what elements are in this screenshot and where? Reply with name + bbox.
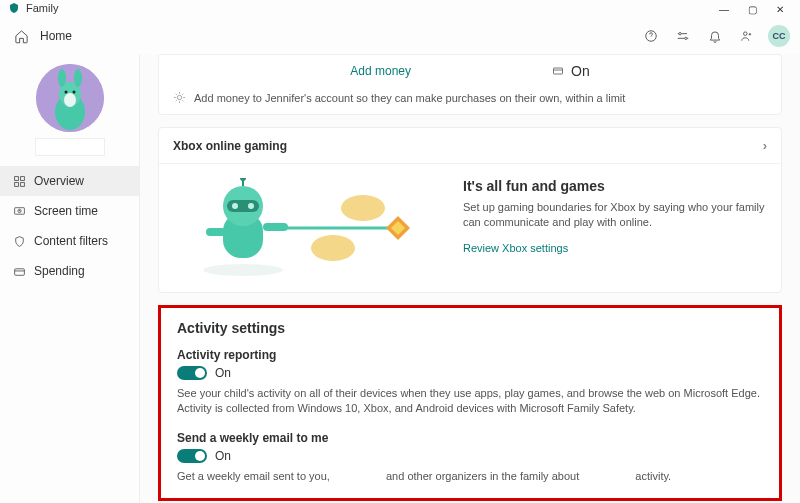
user-avatar[interactable]: CC <box>768 25 790 47</box>
sidebar: Overview Screen time Content filters Spe… <box>0 54 140 503</box>
svg-rect-34 <box>263 223 288 231</box>
screentime-icon <box>12 204 26 218</box>
redacted-name-1 <box>333 472 383 482</box>
weekly-email-label: Send a weekly email to me <box>177 431 763 445</box>
svg-rect-12 <box>14 176 18 180</box>
xbox-illustration <box>173 178 443 278</box>
svg-point-11 <box>72 91 75 94</box>
nav-label: Content filters <box>34 234 108 248</box>
main-content: Add money On Add money to Jennifer's acc… <box>140 54 800 503</box>
nav-label: Overview <box>34 174 84 188</box>
svg-point-21 <box>341 195 385 221</box>
svg-rect-13 <box>20 176 24 180</box>
weekly-desc-mid: and other organizers in the family about <box>383 470 582 482</box>
svg-point-10 <box>64 91 67 94</box>
spending-icon <box>12 264 26 278</box>
minimize-button[interactable]: — <box>710 1 738 17</box>
sidebar-item-overview[interactable]: Overview <box>0 166 139 196</box>
sidebar-item-screen-time[interactable]: Screen time <box>0 196 139 226</box>
svg-rect-14 <box>14 182 18 186</box>
svg-rect-18 <box>14 268 24 275</box>
activity-reporting-desc: See your child's activity on all of thei… <box>177 386 763 417</box>
close-button[interactable]: ✕ <box>766 1 794 17</box>
sidebar-item-content-filters[interactable]: Content filters <box>0 226 139 256</box>
svg-point-20 <box>177 95 181 99</box>
nav-label: Screen time <box>34 204 98 218</box>
weekly-email-state: On <box>215 449 231 463</box>
xbox-card: Xbox online gaming › <box>158 127 782 293</box>
svg-rect-15 <box>20 182 24 186</box>
tip-icon <box>173 91 186 104</box>
chevron-right-icon[interactable]: › <box>763 138 767 153</box>
svg-point-26 <box>203 264 283 276</box>
xbox-header-title: Xbox online gaming <box>173 139 287 153</box>
money-card: Add money On Add money to Jennifer's acc… <box>158 54 782 115</box>
card-icon <box>551 65 565 77</box>
people-icon[interactable] <box>736 25 758 47</box>
svg-point-30 <box>232 203 238 209</box>
profile-avatar[interactable] <box>36 64 104 132</box>
svg-point-31 <box>248 203 254 209</box>
maximize-button[interactable]: ▢ <box>738 1 766 17</box>
xbox-desc: Set up gaming boundaries for Xbox by say… <box>463 200 767 230</box>
weekly-email-toggle[interactable] <box>177 449 207 463</box>
app-logo-icon <box>8 2 20 14</box>
window-title: Family <box>26 2 58 14</box>
settings-icon[interactable] <box>672 25 694 47</box>
svg-point-22 <box>311 235 355 261</box>
svg-rect-35 <box>206 228 226 236</box>
money-state: On <box>571 63 590 79</box>
svg-point-3 <box>744 32 748 36</box>
svg-point-9 <box>64 93 76 107</box>
notifications-icon[interactable] <box>704 25 726 47</box>
svg-rect-29 <box>227 200 259 212</box>
weekly-email-desc: Get a weekly email sent to you, and othe… <box>177 469 763 484</box>
add-money-link[interactable]: Add money <box>350 64 411 78</box>
home-icon[interactable] <box>10 25 32 47</box>
activity-heading: Activity settings <box>177 320 763 336</box>
nav-label: Spending <box>34 264 85 278</box>
svg-point-2 <box>685 37 687 39</box>
svg-point-8 <box>74 69 82 87</box>
activity-reporting-label: Activity reporting <box>177 348 763 362</box>
home-label[interactable]: Home <box>40 29 72 43</box>
help-icon[interactable] <box>640 25 662 47</box>
activity-settings-section: Activity settings Activity reporting On … <box>158 305 782 501</box>
weekly-desc-post: activity. <box>632 470 671 482</box>
money-tip: Add money to Jennifer's account so they … <box>194 92 625 104</box>
nav: Overview Screen time Content filters Spe… <box>0 166 139 286</box>
svg-point-1 <box>679 33 681 35</box>
weekly-desc-pre: Get a weekly email sent to you, <box>177 470 333 482</box>
svg-point-7 <box>58 69 66 87</box>
activity-reporting-toggle[interactable] <box>177 366 207 380</box>
activity-reporting-state: On <box>215 366 231 380</box>
xbox-title: It's all fun and games <box>463 178 767 194</box>
review-xbox-link[interactable]: Review Xbox settings <box>463 242 568 254</box>
sidebar-item-spending[interactable]: Spending <box>0 256 139 286</box>
filters-icon <box>12 234 26 248</box>
redacted-name-2 <box>582 472 632 482</box>
svg-rect-19 <box>554 68 563 74</box>
svg-point-33 <box>240 178 246 181</box>
profile-name-placeholder <box>35 138 105 156</box>
overview-icon <box>12 174 26 188</box>
